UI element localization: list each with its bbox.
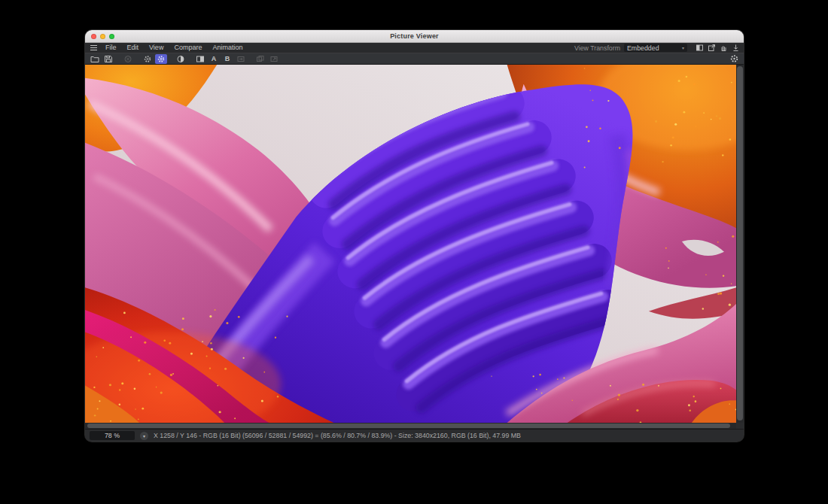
horizontal-scrollbar[interactable] (85, 423, 736, 429)
chevron-down-icon: ▾ (143, 433, 145, 439)
vertical-scrollbar[interactable] (736, 65, 744, 423)
dock-icon[interactable] (732, 44, 740, 52)
split-view-icon[interactable] (696, 44, 704, 52)
view-transform-value: Embedded (627, 44, 659, 52)
image-b-button[interactable]: B (221, 54, 233, 64)
scrollbar-corner (736, 423, 744, 429)
abstract-render (85, 65, 736, 423)
menu-bar: File Edit View Compare Animation View Tr… (85, 43, 744, 53)
contrast-button[interactable] (175, 54, 187, 64)
copy-icon (254, 54, 266, 64)
chevron-down-icon: ▾ (682, 46, 684, 50)
menu-animation[interactable]: Animation (207, 43, 248, 53)
float-window-icon[interactable] (708, 44, 716, 52)
window-title: Picture Viewer (85, 32, 744, 40)
b-label: B (225, 55, 230, 62)
zoom-preset-dropdown[interactable]: ▾ (140, 432, 148, 440)
desktop-background: Picture Viewer File Edit View Compare An… (0, 0, 828, 504)
render-settings-button[interactable] (142, 54, 154, 64)
image-filter-gear-button[interactable] (728, 54, 740, 64)
zoom-level-input[interactable]: 78 % (90, 431, 135, 440)
menu-file[interactable]: File (100, 43, 122, 53)
horizontal-scrollbar-handle[interactable] (87, 424, 730, 428)
export-icon (268, 54, 280, 64)
view-transform-label: View Transform (574, 44, 620, 52)
hamburger-menu-icon[interactable] (90, 45, 97, 50)
stop-render-icon (122, 54, 134, 64)
view-transform-select[interactable]: Embedded ▾ (624, 44, 687, 52)
menu-compare[interactable]: Compare (169, 43, 207, 53)
swap-ab-icon (235, 54, 247, 64)
menu-view[interactable]: View (144, 43, 169, 53)
status-bar: 78 % ▾ X 1258 / Y 146 - RGB (16 Bit) (56… (85, 430, 744, 442)
pixel-info-text: X 1258 / Y 146 - RGB (16 Bit) (56096 / 5… (154, 432, 521, 439)
image-a-button[interactable]: A (208, 54, 220, 64)
toolbar: A B (85, 53, 744, 65)
menu-edit[interactable]: Edit (122, 43, 145, 53)
image-viewport (85, 65, 744, 430)
picture-viewer-window: Picture Viewer File Edit View Compare An… (85, 30, 744, 442)
save-button[interactable] (102, 54, 114, 64)
pan-hand-icon[interactable] (720, 44, 728, 52)
filter-settings-button-active[interactable] (155, 54, 167, 64)
vertical-scrollbar-handle[interactable] (737, 66, 743, 421)
viewer-image[interactable] (85, 65, 736, 423)
compare-ab-button[interactable] (194, 54, 206, 64)
a-label: A (212, 55, 217, 62)
open-file-button[interactable] (89, 54, 101, 64)
titlebar[interactable]: Picture Viewer (85, 30, 744, 43)
